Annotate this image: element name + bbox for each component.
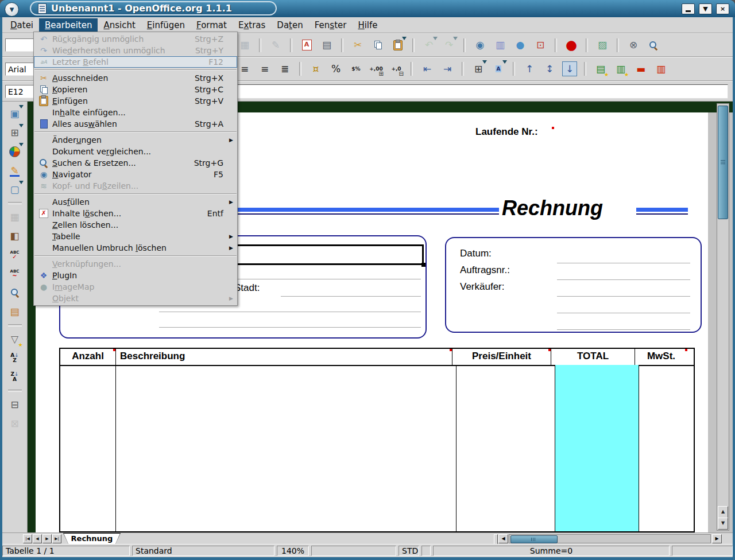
previous-sheet-button[interactable]: ◀ [33, 534, 42, 543]
column-preis-einheit[interactable] [456, 365, 555, 531]
horizontal-scrollbar[interactable] [509, 534, 711, 543]
autospellcheck-icon[interactable]: ABC~ [7, 266, 22, 281]
sort-descending-icon[interactable]: Z↓A [7, 370, 22, 384]
align-center-icon[interactable]: ≡ [237, 61, 252, 76]
menu-bearbeiten[interactable]: Bearbeiten [39, 18, 98, 32]
horizontal-scrollbar-thumb[interactable] [510, 535, 558, 543]
insert-object-icon[interactable]: ▣ [7, 106, 22, 121]
find-icon[interactable] [7, 285, 22, 300]
last-sheet-button[interactable]: ▶| [52, 534, 61, 543]
cell-reference-field[interactable]: E12 [5, 85, 34, 98]
maximize-button[interactable]: ▼ [699, 3, 712, 14]
decrease-indent-icon[interactable]: ⇤ [420, 61, 435, 76]
copy-icon[interactable] [370, 38, 385, 53]
scroll-right-button[interactable]: ▶ [712, 534, 722, 543]
form-functions-icon[interactable]: ▢ [7, 182, 22, 197]
data-sources-icon[interactable]: ▤ [7, 304, 22, 319]
menu-shortcut: Strg+C [184, 85, 223, 94]
menu-hilfe[interactable]: Hilfe [352, 18, 383, 32]
align-right-icon[interactable]: ≡ [257, 61, 272, 76]
sheet-tab-rechnung[interactable]: Rechnung [63, 533, 121, 544]
menuitem-inhalte-löschen[interactable]: ✗Inhalte löschen...Entf [34, 208, 237, 219]
sort-ascending-icon[interactable]: A↓Z [7, 351, 22, 365]
insert-column-icon[interactable]: ▥★ [613, 61, 628, 76]
menu-format[interactable]: Format [191, 18, 233, 32]
draw-functions-icon[interactable]: ✎ [7, 163, 22, 178]
tab-scrollbar-splitter[interactable] [494, 534, 498, 545]
group-icon[interactable]: ⊟ [7, 397, 22, 412]
scroll-left-button[interactable]: ◀ [498, 534, 508, 543]
print-icon[interactable]: ▤ [319, 38, 334, 53]
menuitem-ausschneiden[interactable]: ✂AusschneidenStrg+X [34, 72, 237, 84]
spellcheck-icon[interactable]: ABC✓ [7, 247, 22, 262]
zoom-icon[interactable]: ⊡ [533, 38, 548, 53]
vertical-scrollbar[interactable]: ▲ ▼ [717, 103, 729, 531]
choose-themes-icon[interactable]: ◧ [7, 228, 22, 243]
menuitem-plugin[interactable]: ❖PlugIn [34, 270, 237, 281]
menuitem-einfügen[interactable]: EinfügenStrg+V [34, 95, 237, 107]
menu-ansicht[interactable]: Ansicht [98, 18, 141, 32]
menu-daten[interactable]: Daten [271, 18, 308, 32]
autofilter-icon[interactable]: ▽★ [7, 332, 22, 347]
menuitem-manuellen-umbruch-löschen[interactable]: Manuellen Umbruch löschen▶ [34, 242, 237, 254]
gallery-icon[interactable]: ▨ [595, 38, 610, 53]
insert-row-icon[interactable]: ▤★ [593, 61, 608, 76]
add-decimal-icon[interactable]: +,00⊞ [369, 61, 384, 76]
close-button[interactable]: × [716, 3, 729, 14]
column-beschreibung[interactable] [115, 365, 456, 531]
increase-indent-icon[interactable]: ⇥ [440, 61, 455, 76]
stop-icon[interactable]: ⊗ [626, 38, 641, 53]
column-total-highlighted[interactable] [555, 365, 639, 531]
insert-chart-icon[interactable] [7, 144, 22, 159]
cut-icon[interactable]: ✂ [350, 38, 365, 53]
menuitem-änderungen[interactable]: Änderungen▶ [34, 134, 237, 146]
column-mwst[interactable] [639, 365, 691, 531]
delete-row-icon[interactable]: ▬ [633, 61, 648, 76]
menu-fenster[interactable]: Fenster [309, 18, 353, 32]
menuitem-dokument-vergleichen[interactable]: Dokument vergleichen... [34, 146, 237, 157]
paste-icon[interactable] [390, 38, 405, 53]
menuitem-inhalte-einfügen[interactable]: Inhalte einfügen... [34, 107, 237, 118]
vertical-scrollbar-thumb[interactable] [718, 106, 728, 219]
remove-decimal-icon[interactable]: +,0⊟ [389, 61, 404, 76]
menuitem-alles-auswählen[interactable]: Alles auswählenStrg+A [34, 118, 237, 130]
menuitem-suchen-ersetzen[interactable]: Suchen & Ersetzen...Strg+G [34, 157, 237, 169]
background-color-icon[interactable]: A [491, 61, 506, 76]
record-icon[interactable]: ● [564, 38, 579, 53]
export-pdf-icon[interactable]: A [299, 38, 314, 53]
menuitem-kopieren[interactable]: KopierenStrg+C [34, 84, 237, 95]
currency-format-icon[interactable]: ¤ [308, 61, 323, 76]
menuitem-tabelle[interactable]: Tabelle▶ [34, 231, 237, 242]
stylist-icon[interactable]: ▥ [493, 38, 508, 53]
window-menu-button[interactable]: ▼ [5, 2, 19, 17]
navigator-icon[interactable]: ◉ [473, 38, 488, 53]
menuitem-zellen-löschen[interactable]: Zellen löschen... [34, 219, 237, 231]
column-anzahl[interactable] [60, 365, 115, 531]
menuitem-letzter-befehl: aALetzter BefehlF12 [34, 56, 237, 68]
menu-extras[interactable]: Extras [233, 18, 271, 32]
align-justify-icon[interactable]: ≣ [277, 61, 292, 76]
borders-icon[interactable]: ⊞ [471, 61, 486, 76]
menu-einfügen[interactable]: Einfügen [141, 18, 191, 32]
menuitem-ausfüllen[interactable]: Ausfüllen▶ [34, 196, 237, 208]
menu-separator [34, 69, 237, 71]
insert-cells-icon[interactable]: ⊞ [7, 125, 22, 140]
percent-format-icon[interactable]: % [328, 61, 343, 76]
scroll-down-button[interactable]: ▼ [718, 518, 728, 530]
menuitem-navigator[interactable]: ◉NavigatorF5 [34, 169, 237, 180]
first-sheet-button[interactable]: |◀ [23, 534, 32, 543]
menu-datei[interactable]: Datei [5, 18, 39, 32]
standard-format-icon[interactable]: $% [349, 61, 363, 76]
align-middle-icon[interactable]: ↕ [542, 61, 557, 76]
delete-column-icon[interactable]: ▥ [653, 61, 668, 76]
align-top-icon[interactable]: ↑ [522, 61, 537, 76]
minimize-button[interactable] [682, 3, 695, 14]
selection-handle[interactable] [421, 263, 425, 267]
scroll-up-button[interactable]: ▲ [718, 506, 728, 518]
next-sheet-button[interactable]: ▶ [42, 534, 52, 543]
font-name-field[interactable]: Arial [5, 63, 34, 76]
hyperlink-icon[interactable]: ● [513, 38, 528, 53]
page-preview-icon[interactable] [646, 38, 661, 53]
load-url-field[interactable] [5, 38, 34, 52]
align-bottom-icon[interactable]: ↓ [562, 61, 577, 76]
